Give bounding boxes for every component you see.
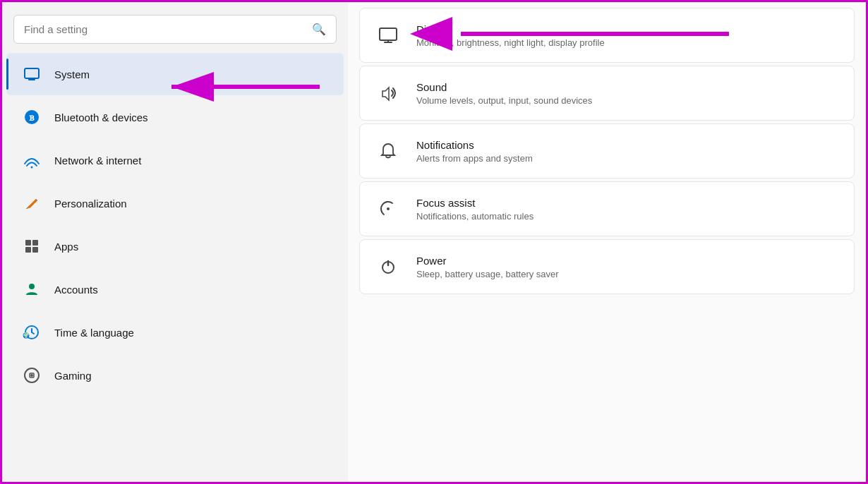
display-icon (374, 21, 402, 49)
bluetooth-icon: ʙ (20, 106, 43, 128)
setting-card-notifications[interactable]: Notifications Alerts from apps and syste… (359, 123, 855, 179)
sidebar-item-gaming[interactable]: Gaming (6, 354, 344, 397)
display-desc: Monitors, brightness, night light, displ… (416, 37, 840, 48)
notifications-icon (374, 137, 402, 165)
sidebar-item-bluetooth-label: Bluetooth & devices (54, 111, 148, 123)
search-container: 🔍 (2, 2, 348, 52)
sound-desc: Volume levels, output, input, sound devi… (416, 95, 840, 106)
accounts-icon (20, 278, 43, 301)
sidebar-item-apps-label: Apps (54, 241, 78, 253)
setting-card-focus-assist[interactable]: Focus assist Notifications, automatic ru… (359, 181, 855, 236)
nav-list: System ʙ Bluetooth & devices Network & i… (2, 52, 348, 482)
time-icon: 🌍 (20, 321, 43, 344)
sidebar-item-apps[interactable]: Apps (6, 225, 344, 267)
search-input[interactable] (24, 23, 306, 35)
sidebar-item-accounts[interactable]: Accounts (6, 268, 344, 310)
power-title: Power (416, 255, 840, 267)
sidebar-item-accounts-label: Accounts (54, 284, 98, 296)
setting-text-display: Display Monitors, brightness, night ligh… (416, 23, 840, 48)
gaming-icon (20, 364, 43, 387)
setting-text-power: Power Sleep, battery usage, battery save… (416, 255, 840, 279)
svg-point-14 (30, 374, 33, 377)
setting-text-notifications: Notifications Alerts from apps and syste… (416, 139, 840, 164)
sidebar-item-time[interactable]: 🌍 Time & language (6, 311, 344, 353)
sound-icon (374, 79, 402, 107)
svg-text:ʙ: ʙ (29, 112, 35, 123)
setting-card-display[interactable]: Display Monitors, brightness, night ligh… (359, 8, 855, 63)
notifications-title: Notifications (416, 139, 840, 151)
svg-rect-19 (380, 28, 397, 40)
notifications-desc: Alerts from apps and system (416, 153, 840, 164)
network-icon (20, 149, 43, 171)
sidebar-item-network-label: Network & internet (54, 155, 141, 167)
settings-grid: Display Monitors, brightness, night ligh… (348, 2, 866, 303)
focus-assist-title: Focus assist (416, 197, 840, 209)
svg-point-8 (29, 284, 35, 289)
system-icon (20, 63, 43, 85)
sidebar-item-time-label: Time & language (54, 327, 134, 339)
svg-rect-7 (32, 247, 38, 253)
apps-icon (20, 235, 43, 258)
sidebar-item-personalization[interactable]: Personalization (6, 182, 344, 224)
svg-point-20 (387, 207, 390, 210)
personalization-icon (20, 192, 43, 214)
svg-rect-0 (25, 68, 39, 78)
setting-card-sound[interactable]: Sound Volume levels, output, input, soun… (359, 66, 855, 121)
focus-assist-icon (374, 195, 402, 223)
setting-card-power[interactable]: Power Sleep, battery usage, battery save… (359, 239, 855, 294)
sidebar-item-personalization-label: Personalization (54, 198, 127, 210)
search-box[interactable]: 🔍 (13, 15, 337, 44)
sidebar-item-bluetooth[interactable]: ʙ Bluetooth & devices (6, 96, 344, 138)
svg-rect-4 (25, 240, 31, 246)
sidebar-item-gaming-label: Gaming (54, 370, 92, 382)
svg-point-3 (31, 167, 33, 169)
setting-text-sound: Sound Volume levels, output, input, soun… (416, 81, 840, 106)
sidebar-item-system[interactable]: System (6, 53, 344, 95)
sidebar-item-network[interactable]: Network & internet (6, 139, 344, 181)
search-icon: 🔍 (312, 23, 326, 36)
display-title: Display (416, 23, 840, 35)
power-icon (374, 253, 402, 281)
main-content: Display Monitors, brightness, night ligh… (348, 2, 866, 482)
focus-assist-desc: Notifications, automatic rules (416, 211, 840, 222)
sidebar-item-system-label: System (54, 68, 90, 80)
svg-rect-6 (25, 247, 31, 253)
power-desc: Sleep, battery usage, battery saver (416, 269, 840, 279)
svg-rect-5 (32, 240, 38, 246)
svg-text:🌍: 🌍 (23, 332, 30, 339)
sound-title: Sound (416, 81, 840, 93)
setting-text-focus-assist: Focus assist Notifications, automatic ru… (416, 197, 840, 222)
